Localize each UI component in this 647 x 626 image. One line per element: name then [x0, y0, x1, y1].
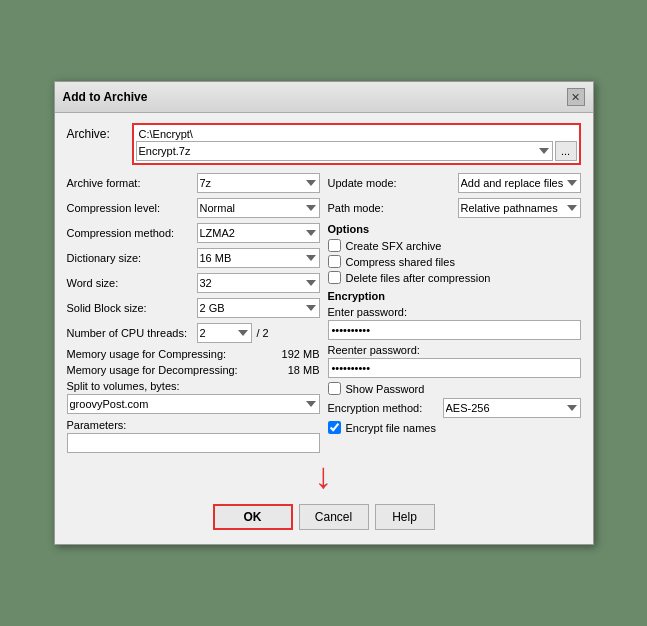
- enter-password-input[interactable]: [328, 320, 581, 340]
- show-password-checkbox[interactable]: [328, 382, 341, 395]
- down-arrow-icon: ↓: [315, 458, 333, 494]
- help-button[interactable]: Help: [375, 504, 435, 530]
- compression-level-select[interactable]: Normal: [197, 198, 320, 218]
- word-size-row: Word size: 32: [67, 273, 320, 293]
- mem-decompress-label: Memory usage for Decompressing:: [67, 364, 265, 376]
- mem-decompress-row: Memory usage for Decompressing: 18 MB: [67, 364, 320, 376]
- encryption-title: Encryption: [328, 290, 581, 302]
- enc-method-label: Encryption method:: [328, 402, 443, 414]
- params-section: Parameters:: [67, 419, 320, 453]
- dictionary-size-label: Dictionary size:: [67, 252, 197, 264]
- dictionary-size-select[interactable]: 16 MB: [197, 248, 320, 268]
- archive-format-label: Archive format:: [67, 177, 197, 189]
- mem-compress-label: Memory usage for Compressing:: [67, 348, 265, 360]
- browse-button[interactable]: ...: [555, 141, 577, 161]
- archive-format-row: Archive format: 7z: [67, 173, 320, 193]
- delete-files-checkbox[interactable]: [328, 271, 341, 284]
- arrow-area: ↓: [67, 453, 581, 498]
- delete-files-label: Delete files after compression: [346, 272, 491, 284]
- options-title: Options: [328, 223, 581, 235]
- mem-compress-row: Memory usage for Compressing: 192 MB: [67, 348, 320, 360]
- encrypt-names-row[interactable]: Encrypt file names: [328, 421, 581, 434]
- dictionary-size-row: Dictionary size: 16 MB: [67, 248, 320, 268]
- dialog-title: Add to Archive: [63, 90, 148, 104]
- archive-label: Archive:: [67, 123, 132, 141]
- word-size-label: Word size:: [67, 277, 197, 289]
- solid-block-select[interactable]: 2 GB: [197, 298, 320, 318]
- ok-button[interactable]: OK: [213, 504, 293, 530]
- enter-password-label: Enter password:: [328, 306, 581, 318]
- encrypt-names-checkbox[interactable]: [328, 421, 341, 434]
- archive-format-select[interactable]: 7z: [197, 173, 320, 193]
- cpu-threads-max: / 2: [257, 327, 269, 339]
- archive-path: C:\Encrypt\: [136, 127, 577, 141]
- title-bar: Add to Archive ✕: [55, 82, 593, 113]
- cpu-threads-row: Number of CPU threads: 2 / 2: [67, 323, 320, 343]
- compression-method-row: Compression method: LZMA2: [67, 223, 320, 243]
- compress-shared-checkbox[interactable]: [328, 255, 341, 268]
- compression-method-label: Compression method:: [67, 227, 197, 239]
- compress-shared-label: Compress shared files: [346, 256, 455, 268]
- cancel-button[interactable]: Cancel: [299, 504, 369, 530]
- create-sfx-label: Create SFX archive: [346, 240, 442, 252]
- cpu-threads-label: Number of CPU threads:: [67, 327, 197, 339]
- delete-files-row[interactable]: Delete files after compression: [328, 271, 581, 284]
- encrypt-names-label: Encrypt file names: [346, 422, 436, 434]
- split-label: Split to volumes, bytes:: [67, 380, 320, 392]
- params-input[interactable]: [67, 433, 320, 453]
- solid-block-row: Solid Block size: 2 GB: [67, 298, 320, 318]
- archive-select-row: Encrypt.7z ...: [136, 141, 577, 161]
- left-column: Archive format: 7z Compression level: No…: [67, 173, 320, 453]
- main-content: Archive format: 7z Compression level: No…: [67, 173, 581, 453]
- split-row: Split to volumes, bytes: groovyPost.com: [67, 380, 320, 414]
- archive-input-group: C:\Encrypt\ Encrypt.7z ...: [132, 123, 581, 165]
- word-size-select[interactable]: 32: [197, 273, 320, 293]
- path-mode-label: Path mode:: [328, 202, 458, 214]
- update-mode-select[interactable]: Add and replace files: [458, 173, 581, 193]
- update-mode-label: Update mode:: [328, 177, 458, 189]
- encryption-section: Encryption Enter password: Reenter passw…: [328, 290, 581, 434]
- split-select[interactable]: groovyPost.com: [67, 394, 320, 414]
- path-mode-row: Path mode: Relative pathnames: [328, 198, 581, 218]
- show-password-row[interactable]: Show Password: [328, 382, 581, 395]
- enc-method-select[interactable]: AES-256: [443, 398, 581, 418]
- params-label: Parameters:: [67, 419, 320, 431]
- dialog-body: Archive: C:\Encrypt\ Encrypt.7z ... Arch…: [55, 113, 593, 544]
- reenter-password-input[interactable]: [328, 358, 581, 378]
- solid-block-label: Solid Block size:: [67, 302, 197, 314]
- mem-decompress-value: 18 MB: [265, 364, 320, 376]
- cpu-threads-select[interactable]: 2: [197, 323, 252, 343]
- archive-row: Archive: C:\Encrypt\ Encrypt.7z ...: [67, 123, 581, 165]
- compression-level-label: Compression level:: [67, 202, 197, 214]
- show-password-label: Show Password: [346, 383, 425, 395]
- update-mode-row: Update mode: Add and replace files: [328, 173, 581, 193]
- reenter-password-label: Reenter password:: [328, 344, 581, 356]
- create-sfx-row[interactable]: Create SFX archive: [328, 239, 581, 252]
- compress-shared-row[interactable]: Compress shared files: [328, 255, 581, 268]
- add-to-archive-dialog: Add to Archive ✕ Archive: C:\Encrypt\ En…: [54, 81, 594, 545]
- enc-method-row: Encryption method: AES-256: [328, 398, 581, 418]
- create-sfx-checkbox[interactable]: [328, 239, 341, 252]
- close-button[interactable]: ✕: [567, 88, 585, 106]
- archive-select[interactable]: Encrypt.7z: [136, 141, 553, 161]
- options-section: Options Create SFX archive Compress shar…: [328, 223, 581, 284]
- path-mode-select[interactable]: Relative pathnames: [458, 198, 581, 218]
- compression-method-select[interactable]: LZMA2: [197, 223, 320, 243]
- compression-level-row: Compression level: Normal: [67, 198, 320, 218]
- right-column: Update mode: Add and replace files Path …: [328, 173, 581, 453]
- mem-compress-value: 192 MB: [265, 348, 320, 360]
- button-row: OK Cancel Help: [67, 498, 581, 534]
